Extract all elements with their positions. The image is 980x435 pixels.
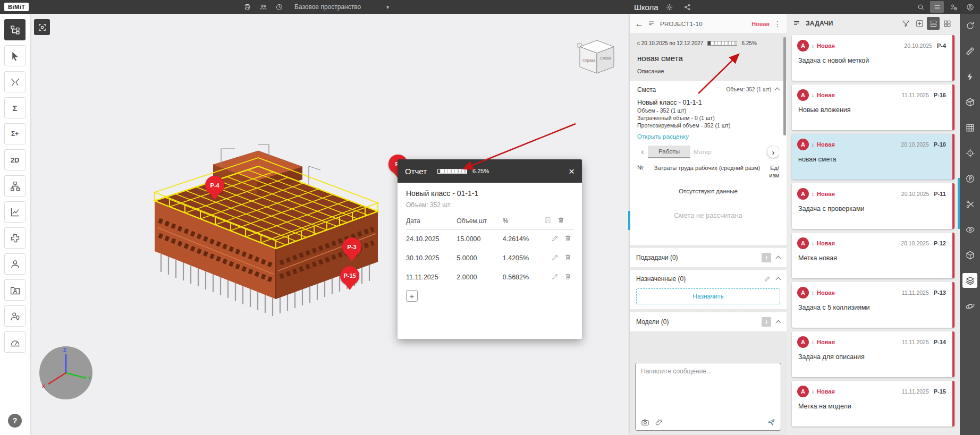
sync-button[interactable] — [962, 18, 977, 33]
task-card[interactable]: А↕Новая20.10.2025P-12 Метка новая — [792, 233, 954, 278]
subtasks-label: Подзадачи (0) — [636, 254, 678, 261]
plugins-button[interactable] — [4, 227, 26, 249]
orbit-button[interactable] — [962, 298, 977, 313]
add-task-icon[interactable] — [913, 17, 926, 30]
task-card[interactable]: А↕Новая20.10.2025P-10 новая смета — [792, 134, 954, 180]
tab-materials[interactable]: Матер — [690, 146, 715, 158]
edit-icon[interactable] — [550, 234, 561, 244]
printer-icon[interactable] — [240, 1, 254, 13]
workspace-dropdown[interactable]: Базовое пространство ▾ — [294, 3, 389, 11]
table-row[interactable]: 24.10.2025 15.0000 4.2614% — [406, 229, 573, 249]
search-icon[interactable] — [914, 1, 927, 13]
user-activity-icon[interactable] — [947, 1, 960, 13]
delete-icon[interactable] — [555, 216, 567, 226]
sum-button[interactable]: Σ — [4, 97, 26, 118]
list-view-icon[interactable] — [927, 17, 940, 30]
map-pin[interactable]: P-15 — [340, 266, 359, 292]
task-list-icon — [648, 20, 656, 28]
charts-button[interactable] — [4, 201, 26, 223]
task-status-stripe — [952, 84, 954, 130]
assign-button[interactable]: Назначить — [636, 288, 780, 304]
gauge-button[interactable] — [4, 331, 26, 353]
building-model[interactable] — [133, 137, 399, 334]
z-axis-label: Z — [63, 347, 66, 353]
grid-view-icon[interactable] — [941, 17, 953, 30]
locate-button[interactable] — [962, 146, 977, 160]
back-icon[interactable]: ← — [635, 19, 644, 29]
edit-icon[interactable] — [550, 253, 561, 263]
user-location-button[interactable] — [4, 305, 26, 327]
add-row-button[interactable]: + — [406, 290, 418, 302]
chevron-up-icon[interactable] — [776, 320, 781, 326]
delete-icon[interactable] — [562, 272, 573, 282]
share-icon[interactable] — [681, 1, 695, 13]
crossing-lines-icon — [10, 76, 21, 88]
open-rate-link[interactable]: Открыть расценку — [637, 133, 689, 140]
parameters-button[interactable] — [962, 171, 977, 186]
axis-gizmo[interactable]: Z X Y — [38, 345, 94, 400]
kebab-menu-icon[interactable]: ⋮ — [774, 20, 781, 28]
task-card[interactable]: А↕Новая11.11.2025P-14 Задача для описани… — [792, 331, 954, 377]
history-icon[interactable] — [272, 1, 286, 13]
help-button[interactable]: ? — [8, 414, 22, 428]
edit-icon[interactable] — [550, 272, 561, 282]
task-card[interactable]: А↕Новая20.10.2025P-4 Задача с новой метк… — [792, 35, 954, 81]
task-card[interactable]: А↕Новая11.11.2025P-13 Задача с 5 коллизи… — [792, 282, 954, 328]
clash-check-button[interactable] — [4, 71, 26, 92]
task-id: P-4 — [937, 42, 946, 49]
quick-section-button[interactable] — [962, 69, 977, 84]
task-card[interactable]: А↕Новая11.11.2025P-15 Метка на модели — [792, 381, 954, 427]
select-button[interactable] — [4, 45, 26, 66]
edit-icon[interactable] — [764, 275, 771, 283]
task-card[interactable]: А↕Новая11.11.2025P-16 Новые вложения — [792, 84, 954, 130]
add-model-button[interactable]: + — [762, 317, 771, 327]
chevron-up-icon[interactable] — [775, 88, 780, 93]
model-tree-button[interactable] — [4, 19, 26, 40]
add-subtask-button[interactable]: + — [762, 253, 771, 262]
close-icon[interactable]: × — [569, 166, 575, 176]
table-row[interactable]: 11.11.2025 2.0000 0.5682% — [406, 268, 573, 287]
map-pin[interactable]: P-4 — [205, 176, 224, 201]
map-pin[interactable]: P-3 — [342, 237, 361, 263]
status-badge: Новая — [817, 92, 835, 98]
table-row[interactable]: 30.10.2025 5.0000 1.4205% — [406, 249, 573, 268]
attachment-icon[interactable] — [655, 418, 663, 427]
task-date: 20.10.2025 — [901, 191, 930, 197]
task-list-icon — [793, 19, 801, 28]
tabs-prev-icon[interactable]: ‹ — [637, 147, 648, 157]
panel-resize-handle[interactable] — [628, 211, 630, 230]
shared-folder-button[interactable] — [4, 279, 26, 301]
gear-icon[interactable] — [663, 1, 677, 13]
tabs-next-icon[interactable]: › — [767, 146, 779, 158]
2d-view-button[interactable]: 2D — [4, 149, 26, 170]
measure-button[interactable] — [962, 44, 977, 58]
chevron-up-icon[interactable] — [776, 256, 781, 261]
structure-button[interactable] — [4, 175, 26, 197]
save-icon[interactable] — [543, 216, 554, 226]
model-view-button[interactable] — [962, 248, 977, 262]
camera-icon[interactable] — [641, 418, 649, 427]
sum-add-button[interactable]: Σ+ — [4, 123, 26, 144]
app-logo[interactable]: BiMiT — [4, 3, 29, 11]
tab-works[interactable]: Работы — [648, 146, 690, 158]
task-card[interactable]: А↕Новая20.10.2025P-11 Задача с проверкам… — [792, 183, 954, 229]
message-input[interactable] — [641, 368, 775, 409]
menu-list-icon[interactable] — [930, 1, 944, 13]
layers-button[interactable] — [962, 273, 977, 288]
cut-button[interactable] — [962, 197, 977, 211]
filter-icon[interactable] — [899, 17, 912, 30]
focus-capture-button[interactable] — [34, 19, 50, 35]
scrollbar-thumb[interactable] — [783, 37, 786, 135]
delete-icon[interactable] — [562, 253, 573, 263]
priority-icon: ↕ — [812, 389, 814, 395]
navigation-cube[interactable]: Справа Слева — [577, 37, 616, 80]
delete-icon[interactable] — [562, 234, 573, 244]
users-icon[interactable] — [256, 1, 270, 13]
section-box-button[interactable] — [962, 95, 977, 109]
chevron-up-icon[interactable] — [776, 277, 781, 283]
account-icon[interactable] — [963, 1, 977, 13]
send-icon[interactable] — [767, 418, 775, 427]
user-button[interactable] — [4, 253, 26, 275]
grid-button[interactable] — [962, 120, 977, 135]
visibility-button[interactable] — [962, 222, 977, 237]
